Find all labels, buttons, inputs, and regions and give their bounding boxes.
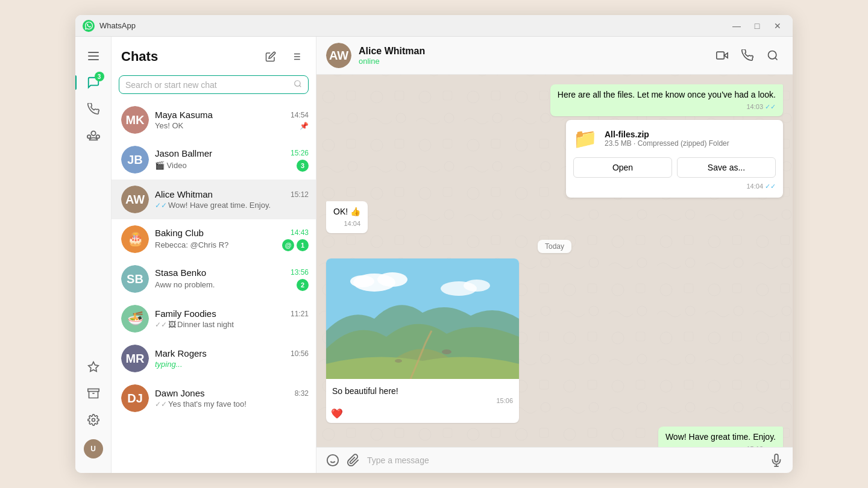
svg-point-28 bbox=[327, 455, 338, 466]
unread-badge-stasa: 2 bbox=[297, 279, 309, 291]
chat-content-dawn: Dawn Jones 8:32 ✓✓ Yes that's my fave to… bbox=[155, 388, 309, 408]
chat-preview-baking: Rebecca: @Chris R? bbox=[155, 240, 228, 249]
file-actions: Open Save as... bbox=[573, 157, 776, 178]
chat-name-alice: Alice Whitman bbox=[155, 189, 213, 199]
search-in-chat-button[interactable] bbox=[763, 45, 783, 66]
chat-footer bbox=[316, 447, 793, 473]
minimize-button[interactable]: — bbox=[729, 18, 744, 34]
settings-icon-btn[interactable] bbox=[81, 408, 105, 432]
svg-point-19 bbox=[769, 51, 776, 59]
chat-content-mark: Mark Rogers 10:56 typing... bbox=[155, 348, 309, 369]
communities-icon-btn[interactable] bbox=[81, 124, 105, 148]
user-avatar-btn[interactable]: U bbox=[81, 437, 105, 461]
image-caption: So beautiful here! 15:06 bbox=[326, 381, 519, 407]
new-chat-button[interactable] bbox=[260, 46, 281, 67]
file-info: All-files.zip 23.5 MB · Compressed (zipp… bbox=[605, 130, 776, 148]
chat-content-stasa: Stasa Benko 13:56 Aww no problem. 2 bbox=[155, 267, 309, 291]
search-bar bbox=[112, 72, 316, 100]
chat-item-baking[interactable]: 🎂 Baking Club 14:43 Rebecca: @Chris R? @… bbox=[112, 219, 316, 259]
svg-point-27 bbox=[395, 359, 402, 363]
chat-header-avatar[interactable]: AW bbox=[326, 43, 351, 68]
chat-preview-family: ✓✓ 🖼 Dinner last night bbox=[155, 320, 234, 329]
chat-time-mark: 10:56 bbox=[291, 349, 309, 358]
voice-message-button[interactable] bbox=[770, 454, 783, 467]
maximize-button[interactable]: □ bbox=[749, 18, 765, 34]
message-text-3: OK! 👍 bbox=[333, 206, 360, 218]
attach-button[interactable] bbox=[347, 454, 360, 467]
message-text-5: Wow! Have great time. Enjoy. bbox=[665, 431, 776, 443]
svg-point-4 bbox=[87, 135, 90, 139]
chat-name-family: Family Foodies bbox=[155, 308, 216, 319]
bubble-3: OK! 👍 14:04 bbox=[326, 201, 368, 233]
emoji-button[interactable] bbox=[326, 454, 339, 467]
chat-content-jason: Jason Ballmer 15:26 🎬 Video 3 bbox=[155, 148, 309, 172]
close-button[interactable]: ✕ bbox=[770, 18, 785, 34]
svg-rect-2 bbox=[88, 59, 99, 60]
file-top: 📁 All-files.zip 23.5 MB · Compressed (zi… bbox=[573, 127, 776, 150]
day-divider: Today bbox=[326, 240, 783, 251]
mountain-image bbox=[326, 258, 519, 379]
svg-point-5 bbox=[96, 135, 99, 139]
chat-item-family[interactable]: 🍜 Family Foodies 11:21 ✓✓ 🖼 Dinner last … bbox=[112, 299, 316, 339]
search-input[interactable] bbox=[125, 80, 294, 90]
chat-item-mark[interactable]: MR Mark Rogers 10:56 typing... bbox=[112, 339, 316, 378]
image-caption-text: So beautiful here! bbox=[332, 386, 513, 396]
bubble-5: Wow! Have great time. Enjoy. 15:12 ✓✓ bbox=[658, 427, 783, 447]
svg-rect-18 bbox=[717, 52, 725, 59]
calls-icon-btn[interactable] bbox=[81, 97, 105, 121]
chat-item-dawn[interactable]: DJ Dawn Jones 8:32 ✓✓ Yes that's my fave… bbox=[112, 378, 316, 418]
file-time: 14:04 ✓✓ bbox=[573, 183, 776, 190]
chat-item-maya[interactable]: MK Maya Kasuma 14:54 Yes! OK 📌 bbox=[112, 100, 316, 140]
chat-content-family: Family Foodies 11:21 ✓✓ 🖼 Dinner last ni… bbox=[155, 308, 309, 329]
message-3: OK! 👍 14:04 bbox=[326, 201, 783, 233]
chat-name-jason: Jason Ballmer bbox=[155, 148, 212, 158]
chat-item-jason[interactable]: JB Jason Ballmer 15:26 🎬 Video 3 bbox=[112, 140, 316, 180]
archived-icon-btn[interactable] bbox=[81, 381, 105, 405]
app-title: WhatsApp bbox=[99, 21, 729, 30]
voice-call-button[interactable] bbox=[737, 45, 758, 66]
chat-main: AW Alice Whitman online bbox=[316, 37, 793, 473]
bubble-1: Here are all the files. Let me know once… bbox=[550, 84, 783, 116]
video-call-button[interactable] bbox=[712, 45, 732, 66]
starred-icon-btn[interactable] bbox=[81, 355, 105, 379]
chats-badge: 3 bbox=[95, 72, 104, 81]
avatar-family: 🍜 bbox=[121, 305, 149, 333]
file-name: All-files.zip bbox=[605, 130, 776, 139]
svg-point-22 bbox=[377, 272, 407, 287]
chat-header-status: online bbox=[359, 57, 705, 66]
app-body: 3 U bbox=[75, 37, 793, 473]
app-window: WhatsApp — □ ✕ 3 bbox=[75, 15, 793, 473]
at-badge-baking: @ bbox=[282, 239, 294, 251]
image-reaction: ❤️ bbox=[326, 407, 519, 423]
svg-point-3 bbox=[91, 131, 95, 136]
message-5: Wow! Have great time. Enjoy. 15:12 ✓✓ bbox=[326, 427, 783, 447]
chat-item-alice[interactable]: AW Alice Whitman 15:12 ✓✓ Wow! Have grea… bbox=[112, 180, 316, 219]
avatar-mark: MR bbox=[121, 345, 149, 372]
chats-icon-btn[interactable]: 3 bbox=[81, 70, 105, 95]
svg-marker-17 bbox=[724, 53, 728, 58]
bubble-time-1: 14:03 ✓✓ bbox=[558, 102, 776, 111]
sidebar-bottom-icons: U bbox=[81, 355, 105, 466]
svg-rect-7 bbox=[87, 389, 98, 392]
image-message: So beautiful here! 15:06 ❤️ bbox=[326, 258, 519, 423]
chat-name-mark: Mark Rogers bbox=[155, 348, 207, 358]
save-file-button[interactable]: Save as... bbox=[677, 157, 776, 178]
chat-header-actions bbox=[712, 45, 783, 66]
menu-icon-btn[interactable] bbox=[81, 44, 105, 68]
message-1: Here are all the files. Let me know once… bbox=[326, 84, 783, 116]
chat-list: MK Maya Kasuma 14:54 Yes! OK 📌 bbox=[112, 100, 316, 473]
chat-header-name: Alice Whitman bbox=[359, 46, 705, 57]
message-input[interactable] bbox=[367, 455, 763, 465]
image-time: 15:06 bbox=[332, 397, 513, 404]
chat-time-baking: 14:43 bbox=[291, 228, 309, 237]
file-icon: 📁 bbox=[573, 127, 597, 150]
chat-item-stasa[interactable]: SB Stasa Benko 13:56 Aww no problem. 2 bbox=[112, 259, 316, 299]
unread-badge-jason: 3 bbox=[297, 160, 309, 172]
filter-button[interactable] bbox=[286, 46, 306, 67]
chats-header-actions bbox=[260, 46, 306, 67]
chat-time-alice: 15:12 bbox=[291, 190, 309, 199]
open-file-button[interactable]: Open bbox=[573, 157, 672, 178]
chat-name-maya: Maya Kasuma bbox=[155, 110, 213, 120]
avatar-jason: JB bbox=[121, 146, 149, 174]
chat-time-stasa: 13:56 bbox=[291, 268, 309, 277]
